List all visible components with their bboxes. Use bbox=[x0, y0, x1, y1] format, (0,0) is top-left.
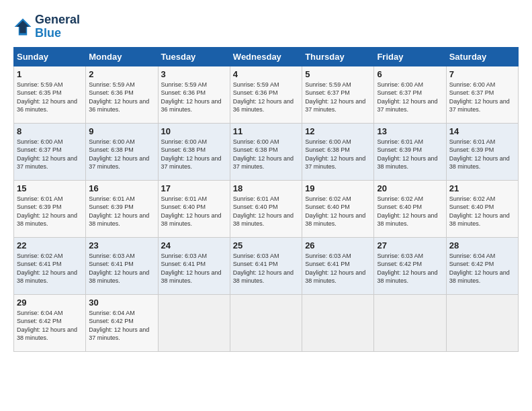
day-info: Sunrise: 6:02 AMSunset: 6:40 PMDaylight:… bbox=[305, 195, 371, 228]
day-info: Sunrise: 6:01 AMSunset: 6:39 PMDaylight:… bbox=[377, 138, 443, 171]
calendar-day-cell: 14Sunrise: 6:01 AMSunset: 6:39 PMDayligh… bbox=[446, 123, 518, 180]
day-info: Sunrise: 5:59 AMSunset: 6:36 PMDaylight:… bbox=[161, 81, 227, 114]
day-info: Sunrise: 6:02 AMSunset: 6:40 PMDaylight:… bbox=[377, 195, 443, 228]
calendar-week-row: 8Sunrise: 6:00 AMSunset: 6:37 PMDaylight… bbox=[14, 123, 519, 180]
day-number: 10 bbox=[161, 126, 227, 136]
calendar-day-cell: 3Sunrise: 5:59 AMSunset: 6:36 PMDaylight… bbox=[158, 66, 230, 123]
day-info: Sunrise: 6:03 AMSunset: 6:41 PMDaylight:… bbox=[89, 252, 154, 285]
day-number: 5 bbox=[305, 69, 371, 79]
day-info: Sunrise: 6:01 AMSunset: 6:39 PMDaylight:… bbox=[17, 195, 83, 228]
calendar-day-cell bbox=[374, 294, 446, 351]
page-header: General Blue bbox=[13, 13, 519, 40]
day-number: 27 bbox=[377, 240, 443, 250]
weekday-header: Tuesday bbox=[158, 47, 230, 66]
weekday-header: Sunday bbox=[14, 47, 86, 66]
day-number: 6 bbox=[377, 69, 443, 79]
calendar-day-cell: 9Sunrise: 6:00 AMSunset: 6:38 PMDaylight… bbox=[86, 123, 158, 180]
calendar-day-cell: 20Sunrise: 6:02 AMSunset: 6:40 PMDayligh… bbox=[374, 180, 446, 237]
calendar-day-cell: 2Sunrise: 5:59 AMSunset: 6:36 PMDaylight… bbox=[86, 66, 158, 123]
weekday-header: Thursday bbox=[302, 47, 374, 66]
day-info: Sunrise: 6:00 AMSunset: 6:38 PMDaylight:… bbox=[89, 138, 154, 171]
day-number: 16 bbox=[89, 183, 154, 193]
day-info: Sunrise: 6:01 AMSunset: 6:40 PMDaylight:… bbox=[161, 195, 227, 228]
day-info: Sunrise: 6:00 AMSunset: 6:37 PMDaylight:… bbox=[17, 138, 83, 171]
day-number: 18 bbox=[233, 183, 299, 193]
weekday-header: Wednesday bbox=[230, 47, 302, 66]
calendar-day-cell: 28Sunrise: 6:04 AMSunset: 6:42 PMDayligh… bbox=[446, 237, 518, 294]
calendar-day-cell bbox=[230, 294, 302, 351]
day-number: 9 bbox=[89, 126, 154, 136]
day-info: Sunrise: 6:00 AMSunset: 6:37 PMDaylight:… bbox=[449, 81, 515, 114]
weekday-header: Saturday bbox=[446, 47, 518, 66]
calendar-day-cell: 29Sunrise: 6:04 AMSunset: 6:42 PMDayligh… bbox=[14, 294, 86, 351]
calendar-day-cell: 27Sunrise: 6:03 AMSunset: 6:42 PMDayligh… bbox=[374, 237, 446, 294]
day-number: 12 bbox=[305, 126, 371, 136]
weekday-header-row: SundayMondayTuesdayWednesdayThursdayFrid… bbox=[14, 47, 519, 66]
calendar-day-cell bbox=[446, 294, 518, 351]
calendar-day-cell: 12Sunrise: 6:00 AMSunset: 6:38 PMDayligh… bbox=[302, 123, 374, 180]
day-number: 1 bbox=[17, 69, 83, 79]
day-info: Sunrise: 5:59 AMSunset: 6:37 PMDaylight:… bbox=[305, 81, 371, 114]
calendar-day-cell: 1Sunrise: 5:59 AMSunset: 6:35 PMDaylight… bbox=[14, 66, 86, 123]
day-info: Sunrise: 5:59 AMSunset: 6:36 PMDaylight:… bbox=[233, 81, 299, 114]
day-info: Sunrise: 6:04 AMSunset: 6:42 PMDaylight:… bbox=[17, 309, 83, 342]
day-number: 29 bbox=[17, 298, 83, 308]
calendar-day-cell: 18Sunrise: 6:01 AMSunset: 6:40 PMDayligh… bbox=[230, 180, 302, 237]
day-info: Sunrise: 6:00 AMSunset: 6:38 PMDaylight:… bbox=[305, 138, 371, 171]
day-info: Sunrise: 5:59 AMSunset: 6:36 PMDaylight:… bbox=[89, 81, 154, 114]
logo: General Blue bbox=[13, 13, 80, 40]
day-number: 20 bbox=[377, 183, 443, 193]
weekday-header: Monday bbox=[86, 47, 158, 66]
day-info: Sunrise: 6:00 AMSunset: 6:38 PMDaylight:… bbox=[161, 138, 227, 171]
day-info: Sunrise: 6:01 AMSunset: 6:39 PMDaylight:… bbox=[89, 195, 154, 228]
svg-marker-1 bbox=[17, 20, 30, 33]
day-info: Sunrise: 6:01 AMSunset: 6:40 PMDaylight:… bbox=[233, 195, 299, 228]
calendar-day-cell: 24Sunrise: 6:03 AMSunset: 6:41 PMDayligh… bbox=[158, 237, 230, 294]
logo-text: General Blue bbox=[35, 13, 80, 40]
day-number: 19 bbox=[305, 183, 371, 193]
calendar-day-cell: 5Sunrise: 5:59 AMSunset: 6:37 PMDaylight… bbox=[302, 66, 374, 123]
calendar-day-cell: 30Sunrise: 6:04 AMSunset: 6:42 PMDayligh… bbox=[86, 294, 158, 351]
calendar-day-cell: 21Sunrise: 6:02 AMSunset: 6:40 PMDayligh… bbox=[446, 180, 518, 237]
day-info: Sunrise: 6:03 AMSunset: 6:41 PMDaylight:… bbox=[161, 252, 227, 285]
day-number: 26 bbox=[305, 240, 371, 250]
calendar-day-cell: 10Sunrise: 6:00 AMSunset: 6:38 PMDayligh… bbox=[158, 123, 230, 180]
day-info: Sunrise: 6:03 AMSunset: 6:42 PMDaylight:… bbox=[377, 252, 443, 285]
day-info: Sunrise: 6:03 AMSunset: 6:41 PMDaylight:… bbox=[233, 252, 299, 285]
day-number: 21 bbox=[449, 183, 515, 193]
day-number: 23 bbox=[89, 240, 154, 250]
day-info: Sunrise: 6:00 AMSunset: 6:37 PMDaylight:… bbox=[377, 81, 443, 114]
calendar-day-cell: 25Sunrise: 6:03 AMSunset: 6:41 PMDayligh… bbox=[230, 237, 302, 294]
day-info: Sunrise: 6:01 AMSunset: 6:39 PMDaylight:… bbox=[449, 138, 515, 171]
day-number: 3 bbox=[161, 69, 227, 79]
calendar-day-cell: 22Sunrise: 6:02 AMSunset: 6:41 PMDayligh… bbox=[14, 237, 86, 294]
day-number: 25 bbox=[233, 240, 299, 250]
day-number: 24 bbox=[161, 240, 227, 250]
day-number: 17 bbox=[161, 183, 227, 193]
weekday-header: Friday bbox=[374, 47, 446, 66]
calendar-day-cell: 11Sunrise: 6:00 AMSunset: 6:38 PMDayligh… bbox=[230, 123, 302, 180]
calendar-day-cell: 16Sunrise: 6:01 AMSunset: 6:39 PMDayligh… bbox=[86, 180, 158, 237]
calendar-week-row: 15Sunrise: 6:01 AMSunset: 6:39 PMDayligh… bbox=[14, 180, 519, 237]
calendar-day-cell: 15Sunrise: 6:01 AMSunset: 6:39 PMDayligh… bbox=[14, 180, 86, 237]
day-info: Sunrise: 6:00 AMSunset: 6:38 PMDaylight:… bbox=[233, 138, 299, 171]
calendar-day-cell bbox=[302, 294, 374, 351]
day-number: 14 bbox=[449, 126, 515, 136]
day-number: 22 bbox=[17, 240, 83, 250]
calendar-week-row: 29Sunrise: 6:04 AMSunset: 6:42 PMDayligh… bbox=[14, 294, 519, 351]
calendar-week-row: 1Sunrise: 5:59 AMSunset: 6:35 PMDaylight… bbox=[14, 66, 519, 123]
day-number: 13 bbox=[377, 126, 443, 136]
day-number: 30 bbox=[89, 298, 154, 308]
day-info: Sunrise: 6:02 AMSunset: 6:41 PMDaylight:… bbox=[17, 252, 83, 285]
calendar-day-cell: 13Sunrise: 6:01 AMSunset: 6:39 PMDayligh… bbox=[374, 123, 446, 180]
calendar-day-cell: 19Sunrise: 6:02 AMSunset: 6:40 PMDayligh… bbox=[302, 180, 374, 237]
day-number: 7 bbox=[449, 69, 515, 79]
calendar-day-cell: 4Sunrise: 5:59 AMSunset: 6:36 PMDaylight… bbox=[230, 66, 302, 123]
day-number: 28 bbox=[449, 240, 515, 250]
day-info: Sunrise: 6:04 AMSunset: 6:42 PMDaylight:… bbox=[89, 309, 154, 342]
calendar-week-row: 22Sunrise: 6:02 AMSunset: 6:41 PMDayligh… bbox=[14, 237, 519, 294]
calendar-day-cell: 6Sunrise: 6:00 AMSunset: 6:37 PMDaylight… bbox=[374, 66, 446, 123]
calendar-day-cell: 17Sunrise: 6:01 AMSunset: 6:40 PMDayligh… bbox=[158, 180, 230, 237]
calendar-day-cell: 8Sunrise: 6:00 AMSunset: 6:37 PMDaylight… bbox=[14, 123, 86, 180]
logo-icon bbox=[13, 17, 32, 36]
